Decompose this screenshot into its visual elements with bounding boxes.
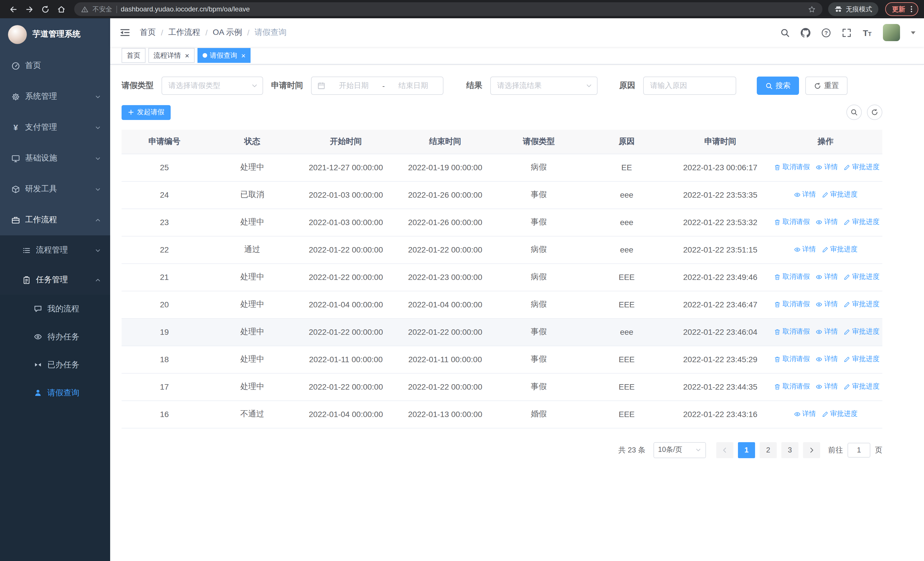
sidebar-item-process-mgmt[interactable]: 流程管理 xyxy=(0,235,110,265)
goto-page-input[interactable] xyxy=(848,442,870,457)
browser-reload-button[interactable] xyxy=(38,2,52,17)
page-content: 请假类型 请选择请假类型 申请时间 开始日期 - 结束日期 xyxy=(110,65,924,561)
sidebar-item-devtools[interactable]: 研发工具 xyxy=(0,174,110,205)
result-select[interactable]: 请选择流结果 xyxy=(490,77,597,95)
table-cell: 2022-01-23 00:06:17 xyxy=(672,154,769,181)
detail-link[interactable]: 详情 xyxy=(816,272,838,282)
reset-button[interactable]: 重置 xyxy=(805,77,848,95)
delete-icon xyxy=(774,301,781,308)
approval-progress-link[interactable]: 审批进度 xyxy=(822,190,858,200)
fullscreen-icon[interactable] xyxy=(842,28,852,38)
sidebar-item-leave-query[interactable]: 请假查询 xyxy=(0,379,110,407)
browser-home-button[interactable] xyxy=(54,2,69,17)
bookmark-star-icon[interactable] xyxy=(808,5,816,13)
sidebar-item-done-tasks[interactable]: 已办任务 xyxy=(0,351,110,379)
breadcrumb-item[interactable]: 工作流程 xyxy=(168,27,200,38)
detail-link[interactable]: 详情 xyxy=(816,300,838,309)
approval-progress-link[interactable]: 审批进度 xyxy=(843,217,879,227)
detail-link[interactable]: 详情 xyxy=(816,217,838,227)
detail-link[interactable]: 详情 xyxy=(794,190,816,200)
detail-link[interactable]: 详情 xyxy=(816,162,838,172)
close-icon[interactable]: × xyxy=(241,52,245,59)
detail-link[interactable]: 详情 xyxy=(794,245,816,254)
sidebar-menu: 首页系统管理¥支付管理基础设施研发工具工作流程流程管理任务管理我的流程待办任务已… xyxy=(0,50,110,561)
search-button[interactable]: 搜索 xyxy=(757,77,799,95)
approval-progress-link[interactable]: 审批进度 xyxy=(843,300,879,309)
apply-time-range-input[interactable]: 开始日期 - 结束日期 xyxy=(311,77,444,95)
close-icon[interactable]: × xyxy=(185,52,189,59)
browser-back-button[interactable] xyxy=(6,2,21,17)
next-page-button[interactable] xyxy=(803,442,820,458)
approval-progress-link[interactable]: 审批进度 xyxy=(843,355,879,364)
reason-input[interactable]: 请输入原因 xyxy=(643,77,736,95)
tab-home[interactable]: 首页 xyxy=(122,48,146,63)
page-button-1[interactable]: 1 xyxy=(738,442,755,458)
sidebar-item-task-mgmt[interactable]: 任务管理 xyxy=(0,265,110,295)
sidebar-toggle-icon[interactable] xyxy=(120,28,130,37)
leave-type-select[interactable]: 请选择请假类型 xyxy=(162,77,263,95)
cancel-leave-link[interactable]: 取消请假 xyxy=(774,162,810,172)
font-size-icon[interactable]: TT xyxy=(862,28,872,38)
cancel-leave-link[interactable]: 取消请假 xyxy=(774,327,810,337)
detail-link[interactable]: 详情 xyxy=(816,382,838,392)
row-actions: 取消请假详情审批进度 xyxy=(769,318,882,346)
cancel-leave-link[interactable]: 取消请假 xyxy=(774,272,810,282)
table-search-toggle-button[interactable] xyxy=(846,105,862,120)
chevron-down-icon xyxy=(95,155,101,161)
detail-link[interactable]: 详情 xyxy=(816,327,838,337)
cancel-leave-link[interactable]: 取消请假 xyxy=(774,217,810,227)
breadcrumb-item[interactable]: OA 示例 xyxy=(213,27,242,38)
page-button-3[interactable]: 3 xyxy=(782,442,798,458)
sidebar-item-home[interactable]: 首页 xyxy=(0,50,110,81)
sidebar-item-label: 请假查询 xyxy=(47,388,80,398)
browser-menu-icon[interactable] xyxy=(908,5,915,13)
help-icon[interactable]: ? xyxy=(821,28,831,38)
user-avatar[interactable] xyxy=(883,24,900,41)
sidebar-item-todo-tasks[interactable]: 待办任务 xyxy=(0,323,110,351)
table-cell: 病假 xyxy=(496,236,582,263)
github-icon[interactable] xyxy=(801,28,810,38)
cancel-leave-link[interactable]: 取消请假 xyxy=(774,355,810,364)
leave-table: 申请编号状态开始时间结束时间请假类型原因申请时间操作 25处理中2021-12-… xyxy=(122,130,882,428)
sidebar-item-infra[interactable]: 基础设施 xyxy=(0,143,110,174)
page-size-select[interactable]: 10条/页 xyxy=(654,442,706,458)
detail-link[interactable]: 详情 xyxy=(816,355,838,364)
approval-progress-link[interactable]: 审批进度 xyxy=(843,162,879,172)
table-cell: 2022-01-11 00:00:00 xyxy=(394,346,496,373)
chevron-down-icon[interactable] xyxy=(911,31,915,36)
approval-progress-link[interactable]: 审批进度 xyxy=(843,272,879,282)
search-icon[interactable] xyxy=(780,28,790,38)
page-button-2[interactable]: 2 xyxy=(760,442,777,458)
edit-icon xyxy=(822,246,828,253)
svg-text:?: ? xyxy=(824,30,828,36)
browser-update-button[interactable]: 更新 xyxy=(885,2,918,16)
approval-progress-link[interactable]: 审批进度 xyxy=(843,327,879,337)
row-actions: 取消请假详情审批进度 xyxy=(769,154,882,181)
table-refresh-button[interactable] xyxy=(867,105,882,120)
app-logo[interactable]: 芋道管理系统 xyxy=(0,18,110,50)
breadcrumb-item[interactable]: 首页 xyxy=(140,27,156,38)
prev-page-button[interactable] xyxy=(716,442,734,458)
address-bar[interactable]: 不安全 dashboard.yudao.iocoder.cn/bpm/oa/le… xyxy=(74,2,822,16)
browser-forward-button[interactable] xyxy=(22,2,36,17)
approval-progress-link[interactable]: 审批进度 xyxy=(843,382,879,392)
create-leave-button[interactable]: 发起请假 xyxy=(122,105,171,120)
tab-process-detail[interactable]: 流程详情× xyxy=(148,48,194,63)
sidebar-item-payment[interactable]: ¥支付管理 xyxy=(0,112,110,143)
detail-link[interactable]: 详情 xyxy=(794,409,816,419)
sidebar-item-system[interactable]: 系统管理 xyxy=(0,81,110,112)
pagination: 共 23 条 10条/页 123 前往 页 xyxy=(122,442,882,458)
edit-icon xyxy=(843,301,850,308)
sidebar-item-workflow[interactable]: 工作流程 xyxy=(0,205,110,235)
edit-icon xyxy=(822,191,828,198)
cancel-leave-link[interactable]: 取消请假 xyxy=(774,300,810,309)
breadcrumb-separator: / xyxy=(161,28,163,37)
reload-icon xyxy=(41,5,50,14)
table-cell: 处理中 xyxy=(207,263,297,291)
approval-progress-link[interactable]: 审批进度 xyxy=(822,245,858,254)
edit-icon xyxy=(843,274,850,281)
sidebar-item-my-process[interactable]: 我的流程 xyxy=(0,295,110,323)
cancel-leave-link[interactable]: 取消请假 xyxy=(774,382,810,392)
approval-progress-link[interactable]: 审批进度 xyxy=(822,409,858,419)
tab-leave-query[interactable]: 请假查询× xyxy=(197,48,250,63)
